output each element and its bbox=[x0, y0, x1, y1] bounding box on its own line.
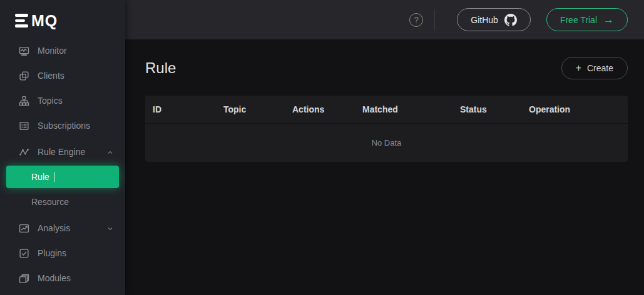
free-trial-button[interactable]: Free Trial → bbox=[546, 8, 628, 31]
sidebar-item-label: Monitor bbox=[38, 46, 114, 56]
github-button[interactable]: GitHub bbox=[457, 8, 531, 31]
topbar-divider bbox=[434, 9, 435, 31]
main-column: ? GitHub Free Trial → Rule + Create bbox=[125, 0, 644, 295]
content-header: Rule + Create bbox=[145, 57, 628, 79]
sidebar-item-topics[interactable]: Topics bbox=[0, 88, 125, 113]
sidebar-item-rule-engine[interactable]: Rule Engine bbox=[0, 139, 125, 164]
emqx-logo[interactable]: MQ bbox=[0, 0, 125, 38]
help-icon[interactable]: ? bbox=[409, 13, 423, 27]
table-empty-row: No Data bbox=[145, 124, 628, 162]
analysis-icon bbox=[19, 223, 29, 234]
sidebar-item-label: Plugins bbox=[38, 248, 114, 258]
sidebar-item-subscriptions[interactable]: Subscriptions bbox=[0, 113, 125, 138]
sidebar-item-label: Rule Engine bbox=[38, 147, 106, 157]
github-button-label: GitHub bbox=[471, 15, 498, 25]
page-title: Rule bbox=[145, 59, 176, 77]
sidebar-subitem-label: Resource bbox=[31, 197, 69, 207]
content-area: Rule + Create ID Topic Actions Matched S… bbox=[125, 39, 644, 295]
github-icon bbox=[504, 14, 517, 26]
table-header-row: ID Topic Actions Matched Status Operatio… bbox=[145, 96, 628, 124]
chevron-down-icon bbox=[106, 224, 114, 232]
arrow-right-icon: → bbox=[603, 14, 614, 25]
sidebar-item-label: Topics bbox=[38, 96, 114, 106]
monitor-icon bbox=[19, 46, 29, 56]
sidebar-item-analysis[interactable]: Analysis bbox=[0, 216, 125, 241]
topics-icon bbox=[19, 96, 29, 106]
text-cursor bbox=[54, 172, 55, 182]
subscriptions-icon bbox=[19, 121, 29, 131]
sidebar-item-rule[interactable]: Rule bbox=[6, 166, 119, 188]
column-header-actions: Actions bbox=[292, 104, 362, 114]
sidebar-item-resource[interactable]: Resource bbox=[0, 189, 125, 214]
column-header-operation: Operation bbox=[529, 104, 628, 114]
sidebar-item-label: Modules bbox=[38, 273, 114, 283]
column-header-status: Status bbox=[460, 104, 529, 114]
sidebar-item-label: Subscriptions bbox=[38, 121, 114, 131]
column-header-matched: Matched bbox=[362, 104, 460, 114]
app-window: MQ Monitor Clients Topics Subscriptions bbox=[0, 0, 644, 295]
column-header-topic: Topic bbox=[223, 104, 292, 114]
free-trial-label: Free Trial bbox=[560, 15, 597, 25]
clients-icon bbox=[19, 71, 29, 81]
sidebar-item-plugins[interactable]: Plugins bbox=[0, 241, 125, 266]
top-bar: ? GitHub Free Trial → bbox=[125, 0, 644, 39]
plus-icon: + bbox=[576, 62, 581, 74]
sidebar: MQ Monitor Clients Topics Subscriptions bbox=[0, 0, 125, 295]
sidebar-item-label: Analysis bbox=[38, 223, 106, 233]
sidebar-item-label: Clients bbox=[38, 71, 114, 81]
sidebar-item-monitor[interactable]: Monitor bbox=[0, 38, 125, 63]
sidebar-subitem-label: Rule bbox=[31, 172, 49, 182]
plugins-icon bbox=[19, 248, 29, 259]
column-header-id: ID bbox=[153, 104, 223, 114]
create-button[interactable]: + Create bbox=[561, 57, 628, 79]
rule-engine-icon bbox=[19, 147, 29, 158]
emq-logo-bars-icon bbox=[15, 14, 28, 28]
chevron-up-icon bbox=[106, 148, 114, 156]
help-glyph: ? bbox=[414, 15, 419, 24]
logo-text: MQ bbox=[31, 12, 58, 30]
modules-icon bbox=[19, 273, 29, 284]
no-data-text: No Data bbox=[372, 138, 402, 148]
rules-table: ID Topic Actions Matched Status Operatio… bbox=[145, 96, 628, 162]
create-button-label: Create bbox=[587, 63, 613, 73]
sidebar-item-modules[interactable]: Modules bbox=[0, 266, 125, 291]
sidebar-item-clients[interactable]: Clients bbox=[0, 63, 125, 88]
